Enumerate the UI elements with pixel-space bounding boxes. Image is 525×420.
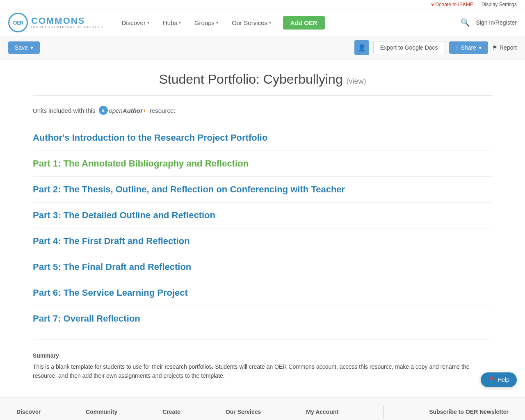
share-icon: ↑ <box>456 44 459 51</box>
search-button[interactable]: 🔍 <box>461 18 470 27</box>
logo-oer-text: OER <box>13 20 23 26</box>
user-avatar-button[interactable]: 👤 <box>354 40 369 55</box>
page-title: Student Portfolio: Cyberbullying (view) <box>33 72 492 87</box>
nav-right: 🔍 Sign In/Register <box>461 18 517 27</box>
footer-create[interactable]: Create <box>162 409 180 415</box>
flag-icon: ⚑ <box>492 44 498 51</box>
help-circle-icon: ❓ <box>488 377 495 383</box>
list-item: Part 7: Overall Reflection <box>33 306 492 331</box>
user-icon: 👤 <box>358 44 366 52</box>
list-item: Part 4: The First Draft and Reflection <box>33 228 492 254</box>
nav-discover[interactable]: Discover ▾ <box>116 16 155 30</box>
action-right: 👤 Export to Google Docs ↑ Share ▾ ⚑ Repo… <box>354 40 517 55</box>
list-item: Part 3: The Detailed Outline and Reflect… <box>33 203 492 228</box>
content-area: Student Portfolio: Cyberbullying (view) … <box>16 59 509 397</box>
summary-section: Summary This is a blank template for stu… <box>33 348 492 385</box>
unit-link[interactable]: Author's Introduction to the Research Pr… <box>33 132 267 143</box>
footer-divider <box>383 406 384 418</box>
share-chevron-icon: ▾ <box>479 44 482 51</box>
add-oer-button[interactable]: Add OER <box>283 16 325 30</box>
unit-link[interactable]: Part 6: The Service Learning Project <box>33 288 188 298</box>
openauthor-text: openAuthor+ <box>109 107 146 114</box>
top-bar: Donate to ISKME Display Settings <box>0 0 525 9</box>
unit-link[interactable]: Part 3: The Detailed Outline and Reflect… <box>33 210 215 220</box>
nav-our-services[interactable]: Our Services ▾ <box>226 16 277 30</box>
groups-chevron-icon: ▾ <box>216 21 218 25</box>
bottom-divider <box>33 340 492 340</box>
main-nav: OER COMMONS OPEN EDUCATIONAL RESOURCES D… <box>0 9 525 36</box>
unit-link[interactable]: Part 4: The First Draft and Reflection <box>33 236 190 246</box>
logo-subtitle: OPEN EDUCATIONAL RESOURCES <box>31 25 104 29</box>
summary-text: This is a blank template for students to… <box>33 362 492 381</box>
list-item: Part 5: The Final Draft and Reflection <box>33 254 492 280</box>
logo-text: COMMONS OPEN EDUCATIONAL RESOURCES <box>31 16 104 29</box>
sign-in-link[interactable]: Sign In/Register <box>476 19 517 26</box>
nav-groups[interactable]: Groups ▾ <box>189 16 224 30</box>
display-settings[interactable]: Display Settings <box>482 2 517 7</box>
footer-newsletter: Subscribe to OER Newsletter <box>429 409 509 415</box>
unit-link[interactable]: Part 5: The Final Draft and Reflection <box>33 262 191 272</box>
units-header: Units included with this a openAuthor+ r… <box>33 106 492 115</box>
donate-link[interactable]: Donate to ISKME <box>431 2 473 7</box>
footer-account[interactable]: My Account <box>306 409 338 415</box>
footer-discover[interactable]: Discover <box>16 409 41 415</box>
openauthor-logo: a openAuthor+ <box>99 106 146 115</box>
footer: Discover Community Create Our Services M… <box>0 397 525 420</box>
footer-services[interactable]: Our Services <box>226 409 261 415</box>
title-divider <box>33 95 492 96</box>
unit-link[interactable]: Part 1: The Annotated Bibliography and R… <box>33 158 249 169</box>
unit-list: Author's Introduction to the Research Pr… <box>33 125 492 331</box>
logo-circle: OER <box>8 13 28 32</box>
help-button[interactable]: ❓ Help <box>481 372 517 387</box>
list-item: Part 2: The Thesis, Outline, and Reflect… <box>33 177 492 203</box>
footer-community[interactable]: Community <box>86 409 117 415</box>
summary-label: Summary <box>33 352 492 359</box>
logo-commons: COMMONS <box>31 16 104 25</box>
save-button[interactable]: Save ▾ <box>8 41 40 54</box>
list-item: Part 1: The Annotated Bibliography and R… <box>33 151 492 177</box>
nav-links: Discover ▾ Hubs ▾ Groups ▾ Our Services … <box>116 16 461 30</box>
report-button[interactable]: ⚑ Report <box>492 44 517 51</box>
list-item: Author's Introduction to the Research Pr… <box>33 125 492 151</box>
hubs-chevron-icon: ▾ <box>179 21 181 25</box>
logo[interactable]: OER COMMONS OPEN EDUCATIONAL RESOURCES <box>8 13 104 32</box>
action-bar: Save ▾ 👤 Export to Google Docs ↑ Share ▾… <box>0 36 525 59</box>
save-chevron-icon: ▾ <box>30 44 33 51</box>
list-item: Part 6: The Service Learning Project <box>33 280 492 306</box>
export-google-docs-button[interactable]: Export to Google Docs <box>373 41 445 54</box>
unit-link[interactable]: Part 7: Overall Reflection <box>33 313 140 324</box>
nav-hubs[interactable]: Hubs ▾ <box>157 16 187 30</box>
openauthor-circle-icon: a <box>99 106 108 115</box>
unit-link[interactable]: Part 2: The Thesis, Outline, and Reflect… <box>33 184 345 194</box>
discover-chevron-icon: ▾ <box>147 21 149 25</box>
services-chevron-icon: ▾ <box>269 21 271 25</box>
view-link[interactable]: (view) <box>347 77 366 85</box>
share-button[interactable]: ↑ Share ▾ <box>449 41 488 54</box>
